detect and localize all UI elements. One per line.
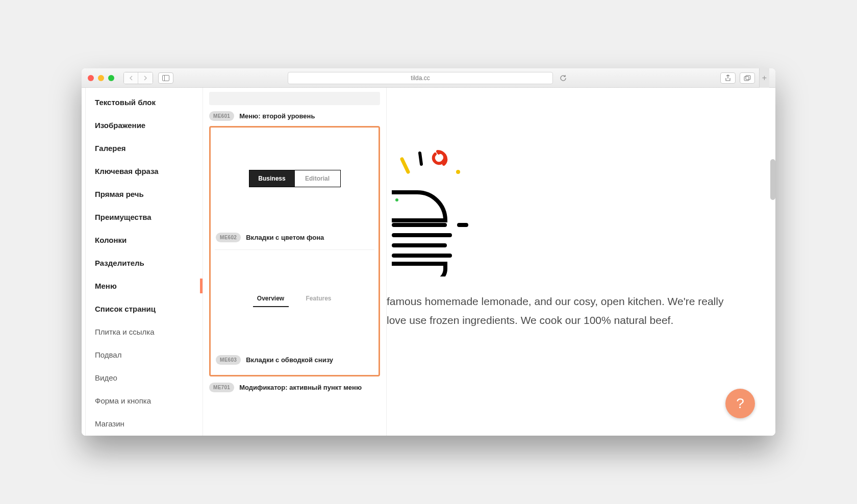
block-label: ME603 Вкладки с обводкой снизу [211, 353, 379, 367]
block-code-pill: ME603 [216, 355, 241, 365]
block-code-pill: ME602 [216, 233, 241, 242]
sidebar-item-footer[interactable]: Подвал [86, 343, 203, 366]
preview-tab-segment: Business [249, 170, 295, 187]
svg-rect-2 [744, 77, 749, 81]
block-title: Вкладки с обводкой снизу [246, 356, 333, 364]
address-wrap: tilda.cc [288, 72, 569, 84]
svg-point-4 [456, 170, 460, 174]
page-paragraph: famous homemade lemonade, and our cosy, … [387, 292, 745, 330]
left-gutter [82, 88, 86, 436]
sidebar-item-label: Галерея [95, 144, 126, 153]
block-preview-thumb: Business Editorial [215, 131, 374, 226]
forward-button[interactable] [138, 72, 153, 84]
preview-tab: Features [301, 295, 337, 307]
block-code-pill: ME601 [209, 111, 234, 121]
share-button[interactable] [720, 72, 736, 84]
preview-tab-underline: Overview Features [249, 293, 341, 309]
category-sidebar: Текстовый блок Изображение Галерея Ключе… [86, 88, 203, 436]
preview-tab-pill: Business Editorial [249, 170, 341, 187]
block-label: ME601 Меню: второй уровень [209, 111, 380, 121]
block-me601[interactable]: ME601 Меню: второй уровень [209, 92, 380, 121]
sidebar-item-video[interactable]: Видео [86, 366, 203, 389]
burger-illustration [392, 144, 484, 276]
preview-tab: Overview [253, 295, 289, 307]
preview-tab-segment: Editorial [295, 170, 340, 187]
svg-rect-3 [746, 75, 750, 80]
svg-rect-8 [457, 223, 468, 227]
close-window-button[interactable] [88, 75, 94, 81]
sidebar-item-form-button[interactable]: Форма и кнопка [86, 389, 203, 412]
scrollbar-thumb[interactable] [770, 159, 775, 200]
svg-rect-10 [392, 243, 447, 247]
block-preview-thumb: Overview Features [215, 253, 374, 349]
help-icon: ? [736, 395, 744, 412]
sidebar-item-key-phrase[interactable]: Ключевая фраза [86, 160, 203, 183]
sidebar-item-label: Форма и кнопка [95, 396, 151, 405]
block-code-pill: ME701 [209, 383, 234, 392]
block-me603[interactable]: Overview Features ME603 Вкладки с обводк… [211, 253, 379, 367]
titlebar-right: + [720, 68, 769, 88]
sidebar-item-label: Меню [95, 282, 117, 290]
sidebar-item-label: Видео [95, 373, 117, 382]
svg-rect-7 [392, 223, 447, 227]
svg-point-5 [395, 198, 398, 201]
tabs-overview-button[interactable] [740, 72, 755, 84]
sidebar-item-page-list[interactable]: Список страниц [86, 297, 203, 320]
nav-back-forward [123, 72, 153, 84]
highlighted-blocks: Business Editorial ME602 Вкладки с цвето… [209, 126, 380, 376]
block-title: Меню: второй уровень [239, 112, 315, 120]
svg-rect-0 [163, 75, 169, 81]
block-divider [215, 249, 374, 250]
sidebar-item-label: Текстовый блок [95, 98, 156, 107]
sidebar-item-features[interactable]: Преимущества [86, 206, 203, 229]
sidebar-item-label: Изображение [95, 121, 145, 130]
block-label: ME602 Вкладки с цветом фона [211, 231, 379, 244]
sidebar-item-quote[interactable]: Прямая речь [86, 183, 203, 206]
sidebar-item-label: Разделитель [95, 259, 144, 267]
sidebar-item-label: Подвал [95, 350, 121, 359]
sidebar-item-label: Преимущества [95, 213, 152, 221]
sidebar-item-columns[interactable]: Колонки [86, 229, 203, 251]
minimize-window-button[interactable] [98, 75, 104, 81]
sidebar-item-menu[interactable]: Меню [86, 274, 203, 297]
block-me701[interactable]: ME701 Модификатор: активный пункт меню [209, 383, 380, 392]
block-preview-thumb [209, 92, 380, 105]
help-button[interactable]: ? [725, 389, 755, 418]
sidebar-item-label: Колонки [95, 236, 127, 244]
svg-rect-9 [392, 233, 452, 237]
block-title: Вкладки с цветом фона [246, 234, 324, 241]
new-tab-button[interactable]: + [759, 68, 769, 88]
sidebar-item-gallery[interactable]: Галерея [86, 137, 203, 160]
url-text: tilda.cc [411, 74, 430, 82]
sidebar-item-divider[interactable]: Разделитель [86, 251, 203, 274]
block-me602[interactable]: Business Editorial ME602 Вкладки с цвето… [211, 131, 379, 244]
zoom-window-button[interactable] [108, 75, 114, 81]
back-button[interactable] [124, 72, 138, 84]
traffic-lights [88, 75, 114, 81]
sidebar-item-label: Плитка и ссылка [95, 327, 155, 336]
sidebar-item-label: Ключевая фраза [95, 167, 159, 175]
sidebar-item-label: Список страниц [95, 305, 156, 313]
sidebar-item-store[interactable]: Магазин [86, 412, 203, 435]
content-area: Текстовый блок Изображение Галерея Ключе… [82, 88, 775, 436]
browser-window: tilda.cc + Текстовый блок Изображение Га… [82, 68, 775, 436]
sidebar-item-tile-link[interactable]: Плитка и ссылка [86, 320, 203, 343]
browser-titlebar: tilda.cc + [82, 68, 775, 88]
address-bar[interactable]: tilda.cc [288, 72, 553, 84]
svg-rect-11 [392, 254, 452, 258]
block-title: Модификатор: активный пункт меню [239, 384, 362, 391]
block-gallery: ME601 Меню: второй уровень Business Edit… [203, 88, 387, 436]
page-preview: famous homemade lemonade, and our cosy, … [387, 88, 775, 436]
block-label: ME701 Модификатор: активный пункт меню [209, 383, 380, 392]
sidebar-item-label: Прямая речь [95, 190, 144, 198]
sidebar-item-image[interactable]: Изображение [86, 114, 203, 137]
sidebar-item-label: Магазин [95, 419, 124, 428]
reload-button[interactable] [557, 72, 569, 84]
sidebar-item-text-block[interactable]: Текстовый блок [86, 91, 203, 114]
sidebar-toggle-button[interactable] [158, 72, 173, 84]
